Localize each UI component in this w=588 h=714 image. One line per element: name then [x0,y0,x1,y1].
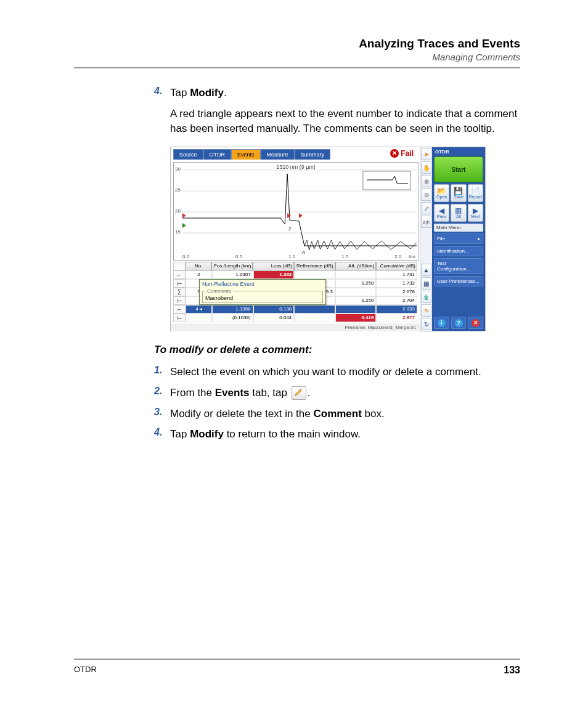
col-no: No. [186,262,211,270]
tooltip-comments-group: Comments Macrobend [202,288,323,303]
prev-button[interactable]: ◀Prev. [434,204,449,222]
folder-icon: 📂 [437,187,446,195]
filename-label: Filename: Macrobend_Merge.trc [171,323,420,331]
cell [335,305,377,314]
col-pos: Pos./Length (km) [211,262,253,270]
menu-identification[interactable]: Identification... [434,246,483,256]
cell: 2.704 [376,296,417,305]
menu-file[interactable]: File▸ [434,233,483,244]
step-text: From the Events tab, tap . [170,386,310,400]
tab-otdr[interactable]: OTDR [203,149,232,160]
cursor-icon[interactable]: ➤ [421,148,431,160]
svg-text:2: 2 [288,226,292,232]
table-row[interactable]: ⊢ (0.1038) 0.044 0.419 2.877 [173,314,417,322]
col-loss: Loss (dB) [253,262,294,270]
label: Open [436,195,447,199]
tab-summary[interactable]: Summary [295,149,331,160]
chevron-right-icon: ▸ [478,236,480,241]
label: File [437,236,445,241]
start-button[interactable]: Start [434,156,483,182]
svg-rect-8 [363,171,410,190]
marker-a-icon[interactable]: a|b [421,216,431,228]
cell [294,314,335,322]
grid-icon[interactable]: ▦ [421,277,431,290]
tab-events[interactable]: Events [231,149,261,160]
zoom-fit-icon[interactable]: ⤢ [421,202,431,214]
cell: 1.0307 [212,270,253,279]
cell [335,288,377,296]
table-row[interactable]: ⌐ 4 ◂ 1.1356 0.130 2.833 [173,305,417,314]
next-button[interactable]: ▶Next [468,204,483,222]
trash-icon[interactable]: 🗑 [421,291,431,303]
scroll-up-icon[interactable]: ▲ [421,264,431,276]
label: Save [454,195,463,199]
y-tick: 30 [175,166,181,172]
table-row[interactable]: ⌐ 2 1.0307 1.383 1.731 [173,270,417,279]
cell: 1.1356 [212,305,253,314]
event-type-icon: ⌐ [173,270,186,279]
page-number: 133 [504,665,520,676]
all-button[interactable]: ▦All [451,204,466,222]
svg-marker-4 [182,213,186,218]
zoom-in-icon[interactable]: ⊕ [421,175,431,187]
x-tick: 1.5 [341,254,348,259]
bold-text: Comment [313,408,361,420]
event-type-icon: ⊢ [173,314,186,322]
subheading: To modify or delete a comment: [154,344,520,356]
cell: 0.044 [253,314,295,322]
cell: 0.130 [253,305,295,314]
tooltip-comment-value: Macrobend [205,295,233,301]
fail-icon: ✕ [390,149,399,158]
cell [294,270,335,279]
report-button[interactable]: 📄Report [468,184,483,202]
report-icon: 📄 [471,187,480,195]
refresh-icon[interactable]: ↻ [421,318,431,330]
svg-marker-7 [182,223,186,228]
table-header-row: No. Pos./Length (km) Loss (dB) Reflectan… [173,262,417,270]
page-header-title: Analyzing Traces and Events [74,37,520,51]
info-icon: i [438,319,446,327]
label: Report [469,195,482,199]
label: Prev. [437,214,447,219]
x-unit: km [409,254,415,259]
step-text: Tap Modify to return to the main window. [170,427,361,442]
help-button[interactable]: ? [451,317,467,329]
text: From the [170,387,215,399]
paragraph: A red triangle appears next to the event… [170,107,520,137]
hand-icon[interactable]: ✋ [421,161,431,174]
next-icon: ▶ [473,207,478,214]
label: All [456,214,461,219]
y-tick: 15 [175,229,181,235]
cell: 0.250 [335,279,377,288]
open-button[interactable]: 📂Open [434,184,449,202]
product-label: OTDR [434,149,483,155]
tab-measure[interactable]: Measure [261,149,295,160]
menu-test-config[interactable]: Test Configuration... [434,258,483,274]
zoom-out-icon[interactable]: ⊖ [421,189,431,201]
menu-user-prefs[interactable]: User Preferences... [434,276,483,286]
event-type-icon: Σ [173,288,186,296]
event-type-icon: ⊢ [173,296,186,305]
svg-text:A: A [302,249,306,255]
trace-svg: 2 A [174,163,418,260]
tab-source[interactable]: Source [173,149,203,160]
save-button[interactable]: 💾Save [451,184,466,202]
mini-toolbar: ➤ ✋ ⊕ ⊖ ⤢ a|b ▲ ▦ 🗑 ✎ ↻ [420,147,432,331]
step-number: 4. [154,427,170,442]
y-tick: 25 [175,187,181,193]
svg-marker-6 [299,213,303,218]
plot-title: 1310 nm (9 µm) [276,164,316,170]
cell: (0.1038) [212,314,253,322]
text: . [308,387,311,399]
pencil-icon[interactable]: ✎ [421,304,431,317]
cell: 0.250 [335,296,377,305]
cell [186,314,212,322]
step-number: 3. [154,407,170,421]
cell: 4 ◂ [186,305,212,314]
info-button[interactable]: i [434,317,449,329]
event-tooltip: Non-Reflective Event Comments Macrobend [199,279,326,305]
close-button[interactable]: ✕ [468,317,483,329]
trace-plot[interactable]: 1310 nm (9 µm) 30 25 20 15 0.0 0.5 1.0 1… [173,162,419,261]
step-text: Modify or delete the text in the Comment… [170,407,385,421]
x-tick: 1.0 [288,254,295,259]
